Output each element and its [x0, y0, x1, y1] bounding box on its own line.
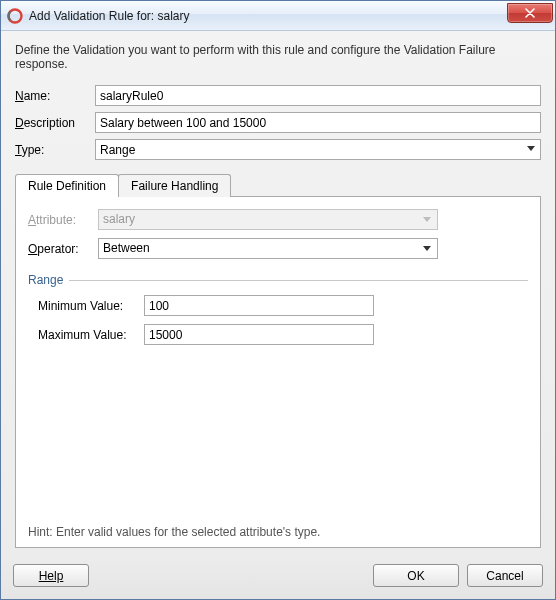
- titlebar[interactable]: Add Validation Rule for: salary: [1, 1, 555, 31]
- cancel-button[interactable]: Cancel: [467, 564, 543, 587]
- label-attribute: Attribute:: [28, 213, 98, 227]
- ok-button[interactable]: OK: [373, 564, 459, 587]
- min-value-input[interactable]: [144, 295, 374, 316]
- tabs-area: Rule Definition Failure Handling Attribu…: [15, 174, 541, 548]
- description-input[interactable]: [95, 112, 541, 133]
- label-name: Name:: [15, 89, 95, 103]
- row-max-value: Maximum Value:: [38, 324, 528, 345]
- help-button[interactable]: Help: [13, 564, 89, 587]
- dialog-content: Define the Validation you want to perfor…: [1, 31, 555, 556]
- chevron-down-icon: [420, 242, 434, 256]
- type-select-wrap: [95, 139, 541, 160]
- type-select[interactable]: [95, 139, 541, 160]
- attribute-select: salary: [98, 209, 438, 230]
- label-description: Description: [15, 116, 95, 130]
- close-button[interactable]: [507, 3, 553, 23]
- attribute-value: salary: [103, 212, 135, 226]
- row-operator: Operator: Between: [28, 238, 528, 259]
- chevron-down-icon: [420, 213, 434, 227]
- window-title: Add Validation Rule for: salary: [29, 9, 507, 23]
- tab-rule-definition[interactable]: Rule Definition: [15, 174, 119, 197]
- tab-failure-handling[interactable]: Failure Handling: [118, 174, 231, 197]
- label-operator: Operator:: [28, 242, 98, 256]
- row-type: Type:: [15, 139, 541, 160]
- operator-select[interactable]: Between: [98, 238, 438, 259]
- name-input[interactable]: [95, 85, 541, 106]
- tabstrip: Rule Definition Failure Handling: [15, 174, 541, 197]
- app-icon: [7, 8, 23, 24]
- operator-value: Between: [103, 241, 150, 255]
- dialog-window: Add Validation Rule for: salary Define t…: [0, 0, 556, 600]
- label-min-value: Minimum Value:: [38, 299, 144, 313]
- row-min-value: Minimum Value:: [38, 295, 528, 316]
- dialog-footer: Help OK Cancel: [1, 556, 555, 599]
- intro-text: Define the Validation you want to perfor…: [15, 43, 541, 71]
- divider: [69, 280, 528, 281]
- row-description: Description: [15, 112, 541, 133]
- hint-text: Hint: Enter valid values for the selecte…: [28, 517, 528, 539]
- row-attribute: Attribute: salary: [28, 209, 528, 230]
- row-name: Name:: [15, 85, 541, 106]
- label-max-value: Maximum Value:: [38, 328, 144, 342]
- range-group-label: Range: [28, 273, 528, 287]
- close-icon: [525, 8, 535, 18]
- label-type: Type:: [15, 143, 95, 157]
- max-value-input[interactable]: [144, 324, 374, 345]
- tabpanel-rule-definition: Attribute: salary Operator: Between Rang…: [15, 196, 541, 548]
